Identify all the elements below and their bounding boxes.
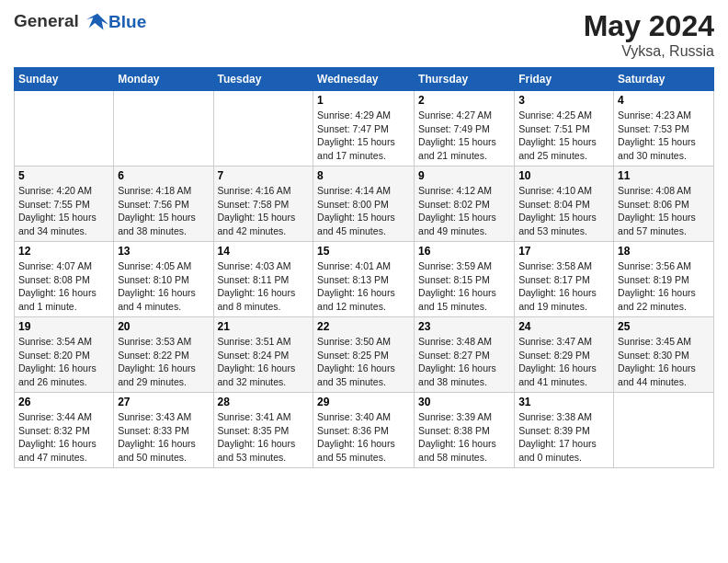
col-monday: Monday xyxy=(114,68,213,91)
table-row: 8Sunrise: 4:14 AM Sunset: 8:00 PM Daylig… xyxy=(313,167,415,242)
day-info: Sunrise: 4:07 AM Sunset: 8:08 PM Dayligh… xyxy=(18,259,109,314)
day-info: Sunrise: 4:16 AM Sunset: 7:58 PM Dayligh… xyxy=(218,184,310,238)
day-info: Sunrise: 3:45 AM Sunset: 8:30 PM Dayligh… xyxy=(618,335,710,389)
header: General Blue May 2024 Vyksa, Russia xyxy=(14,9,714,60)
day-number: 12 xyxy=(18,245,109,258)
table-row: 4Sunrise: 4:23 AM Sunset: 7:53 PM Daylig… xyxy=(614,91,714,167)
table-row: 23Sunrise: 3:48 AM Sunset: 8:27 PM Dayli… xyxy=(415,317,515,393)
day-number: 18 xyxy=(618,245,710,258)
page: General Blue May 2024 Vyksa, Russia Sund… xyxy=(0,0,728,563)
table-row: 29Sunrise: 3:40 AM Sunset: 8:36 PM Dayli… xyxy=(313,393,415,468)
day-info: Sunrise: 4:25 AM Sunset: 7:51 PM Dayligh… xyxy=(518,109,609,163)
day-info: Sunrise: 3:48 AM Sunset: 8:27 PM Dayligh… xyxy=(418,335,510,389)
table-row: 21Sunrise: 3:51 AM Sunset: 8:24 PM Dayli… xyxy=(213,317,313,393)
table-row: 1Sunrise: 4:29 AM Sunset: 7:47 PM Daylig… xyxy=(313,91,415,167)
calendar: Sunday Monday Tuesday Wednesday Thursday… xyxy=(14,67,714,468)
day-number: 10 xyxy=(518,169,609,182)
day-info: Sunrise: 3:56 AM Sunset: 8:19 PM Dayligh… xyxy=(618,259,710,314)
table-row: 2Sunrise: 4:27 AM Sunset: 7:49 PM Daylig… xyxy=(415,91,515,167)
table-row: 11Sunrise: 4:08 AM Sunset: 8:06 PM Dayli… xyxy=(614,167,714,242)
table-row: 18Sunrise: 3:56 AM Sunset: 8:19 PM Dayli… xyxy=(614,242,714,317)
day-info: Sunrise: 4:29 AM Sunset: 7:47 PM Dayligh… xyxy=(317,109,410,163)
svg-marker-0 xyxy=(86,14,108,30)
table-row: 13Sunrise: 4:05 AM Sunset: 8:10 PM Dayli… xyxy=(114,242,213,317)
day-info: Sunrise: 4:27 AM Sunset: 7:49 PM Dayligh… xyxy=(418,109,510,163)
day-info: Sunrise: 3:47 AM Sunset: 8:29 PM Dayligh… xyxy=(518,335,609,389)
logo-general: General xyxy=(14,11,79,30)
day-number: 19 xyxy=(18,320,109,333)
table-row: 30Sunrise: 3:39 AM Sunset: 8:38 PM Dayli… xyxy=(415,393,515,468)
day-number: 11 xyxy=(618,169,710,182)
day-number: 31 xyxy=(518,396,609,408)
col-sunday: Sunday xyxy=(15,68,114,91)
day-info: Sunrise: 3:54 AM Sunset: 8:20 PM Dayligh… xyxy=(18,335,109,389)
day-number: 3 xyxy=(518,94,609,107)
day-number: 26 xyxy=(18,396,109,408)
day-info: Sunrise: 3:43 AM Sunset: 8:33 PM Dayligh… xyxy=(118,410,209,465)
col-thursday: Thursday xyxy=(415,68,515,91)
table-row: 15Sunrise: 4:01 AM Sunset: 8:13 PM Dayli… xyxy=(313,242,415,317)
day-number: 2 xyxy=(418,94,510,107)
day-number: 23 xyxy=(418,320,510,333)
table-row: 16Sunrise: 3:59 AM Sunset: 8:15 PM Dayli… xyxy=(415,242,515,317)
day-info: Sunrise: 4:03 AM Sunset: 8:11 PM Dayligh… xyxy=(218,259,310,314)
day-info: Sunrise: 4:14 AM Sunset: 8:00 PM Dayligh… xyxy=(317,184,410,238)
table-row xyxy=(213,91,313,167)
day-number: 17 xyxy=(518,245,609,258)
col-friday: Friday xyxy=(515,68,614,91)
day-info: Sunrise: 4:18 AM Sunset: 7:56 PM Dayligh… xyxy=(118,184,209,238)
day-info: Sunrise: 4:23 AM Sunset: 7:53 PM Dayligh… xyxy=(618,109,710,163)
day-info: Sunrise: 4:10 AM Sunset: 8:04 PM Dayligh… xyxy=(518,184,609,238)
col-wednesday: Wednesday xyxy=(313,68,415,91)
table-row xyxy=(614,393,714,468)
day-number: 5 xyxy=(18,169,109,182)
table-row: 17Sunrise: 3:58 AM Sunset: 8:17 PM Dayli… xyxy=(515,242,614,317)
table-row: 10Sunrise: 4:10 AM Sunset: 8:04 PM Dayli… xyxy=(515,167,614,242)
day-number: 27 xyxy=(118,396,209,408)
table-row xyxy=(114,91,213,167)
day-number: 14 xyxy=(218,245,310,258)
day-number: 21 xyxy=(218,320,310,333)
day-info: Sunrise: 3:40 AM Sunset: 8:36 PM Dayligh… xyxy=(317,410,410,465)
day-number: 29 xyxy=(317,396,410,408)
calendar-week-row: 12Sunrise: 4:07 AM Sunset: 8:08 PM Dayli… xyxy=(15,242,714,317)
table-row: 14Sunrise: 4:03 AM Sunset: 8:11 PM Dayli… xyxy=(213,242,313,317)
day-info: Sunrise: 3:44 AM Sunset: 8:32 PM Dayligh… xyxy=(18,410,109,465)
table-row: 19Sunrise: 3:54 AM Sunset: 8:20 PM Dayli… xyxy=(15,317,114,393)
day-info: Sunrise: 3:51 AM Sunset: 8:24 PM Dayligh… xyxy=(218,335,310,389)
location: Vyksa, Russia xyxy=(584,43,714,60)
table-row: 6Sunrise: 4:18 AM Sunset: 7:56 PM Daylig… xyxy=(114,167,213,242)
day-number: 25 xyxy=(618,320,710,333)
day-info: Sunrise: 3:59 AM Sunset: 8:15 PM Dayligh… xyxy=(418,259,510,314)
day-number: 28 xyxy=(218,396,310,408)
table-row xyxy=(15,91,114,167)
day-info: Sunrise: 3:38 AM Sunset: 8:39 PM Dayligh… xyxy=(518,410,609,465)
day-number: 24 xyxy=(518,320,609,333)
day-info: Sunrise: 3:41 AM Sunset: 8:35 PM Dayligh… xyxy=(218,410,310,465)
day-number: 9 xyxy=(418,169,510,182)
calendar-header-row: Sunday Monday Tuesday Wednesday Thursday… xyxy=(15,68,714,91)
table-row: 24Sunrise: 3:47 AM Sunset: 8:29 PM Dayli… xyxy=(515,317,614,393)
day-info: Sunrise: 3:50 AM Sunset: 8:25 PM Dayligh… xyxy=(317,335,410,389)
calendar-week-row: 5Sunrise: 4:20 AM Sunset: 7:55 PM Daylig… xyxy=(15,167,714,242)
day-number: 15 xyxy=(317,245,410,258)
table-row: 20Sunrise: 3:53 AM Sunset: 8:22 PM Dayli… xyxy=(114,317,213,393)
day-number: 13 xyxy=(118,245,209,258)
day-number: 30 xyxy=(418,396,510,408)
col-tuesday: Tuesday xyxy=(213,68,313,91)
calendar-week-row: 26Sunrise: 3:44 AM Sunset: 8:32 PM Dayli… xyxy=(15,393,714,468)
table-row: 28Sunrise: 3:41 AM Sunset: 8:35 PM Dayli… xyxy=(213,393,313,468)
calendar-week-row: 19Sunrise: 3:54 AM Sunset: 8:20 PM Dayli… xyxy=(15,317,714,393)
calendar-week-row: 1Sunrise: 4:29 AM Sunset: 7:47 PM Daylig… xyxy=(15,91,714,167)
title-block: May 2024 Vyksa, Russia xyxy=(584,9,714,60)
table-row: 5Sunrise: 4:20 AM Sunset: 7:55 PM Daylig… xyxy=(15,167,114,242)
day-number: 8 xyxy=(317,169,410,182)
table-row: 26Sunrise: 3:44 AM Sunset: 8:32 PM Dayli… xyxy=(15,393,114,468)
day-number: 16 xyxy=(418,245,510,258)
logo-bird-icon xyxy=(85,9,110,35)
table-row: 3Sunrise: 4:25 AM Sunset: 7:51 PM Daylig… xyxy=(515,91,614,167)
table-row: 7Sunrise: 4:16 AM Sunset: 7:58 PM Daylig… xyxy=(213,167,313,242)
table-row: 22Sunrise: 3:50 AM Sunset: 8:25 PM Dayli… xyxy=(313,317,415,393)
table-row: 25Sunrise: 3:45 AM Sunset: 8:30 PM Dayli… xyxy=(614,317,714,393)
logo-blue: Blue xyxy=(108,12,146,32)
